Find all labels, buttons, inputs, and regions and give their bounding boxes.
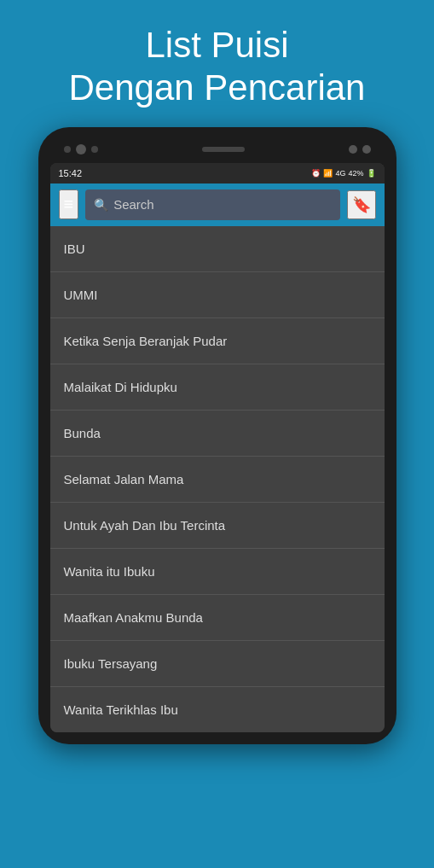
status-bar: 15:42 ⏰ 📶 4G 42% 🔋 bbox=[50, 163, 385, 184]
list-item-text: Wanita Terikhlas Ibu bbox=[64, 702, 178, 717]
list-item-text: Ketika Senja Beranjak Pudar bbox=[64, 334, 228, 348]
list-item-text: Maafkan Anakmu Bunda bbox=[64, 610, 203, 625]
list-item[interactable]: IBU bbox=[50, 226, 385, 272]
status-signal-icon: 📶 bbox=[323, 169, 333, 178]
search-placeholder-text: Search bbox=[113, 197, 331, 212]
title-line1: List Puisi bbox=[145, 25, 288, 65]
list-item-text: Selamat Jalan Mama bbox=[64, 472, 184, 486]
phone-speaker bbox=[202, 147, 245, 152]
bookmark-button[interactable]: 🔖 bbox=[347, 190, 376, 219]
status-time: 15:42 bbox=[59, 168, 83, 178]
list-item[interactable]: Wanita Terikhlas Ibu bbox=[50, 687, 385, 732]
list-item[interactable]: Untuk Ayah Dan Ibu Tercinta bbox=[50, 503, 385, 549]
list-item[interactable]: Bunda bbox=[50, 411, 385, 457]
list-item-text: Ibuku Tersayang bbox=[64, 656, 158, 671]
list-item[interactable]: Malaikat Di Hidupku bbox=[50, 364, 385, 411]
list-item[interactable]: UMMI bbox=[50, 272, 385, 318]
list-item-text: UMMI bbox=[64, 288, 98, 302]
status-battery-plug-icon: 🔋 bbox=[367, 169, 376, 178]
list-item[interactable]: Wanita itu Ibuku bbox=[50, 549, 385, 595]
status-battery-icon: 42% bbox=[348, 169, 363, 178]
search-icon: 🔍 bbox=[94, 198, 108, 212]
list-item[interactable]: Ketika Senja Beranjak Pudar bbox=[50, 318, 385, 364]
phone-circle-right bbox=[349, 145, 371, 154]
status-icons: ⏰ 📶 4G 42% 🔋 bbox=[311, 169, 375, 178]
hamburger-button[interactable]: ≡ bbox=[59, 189, 79, 219]
phone-circle-1 bbox=[349, 145, 357, 154]
list-item[interactable]: Ibuku Tersayang bbox=[50, 641, 385, 687]
title-line2: Dengan Pencarian bbox=[69, 67, 366, 108]
list-item-text: IBU bbox=[64, 242, 85, 256]
phone-dot-2 bbox=[76, 144, 86, 154]
list-item-text: Wanita itu Ibuku bbox=[64, 564, 155, 579]
phone-wrapper: 15:42 ⏰ 📶 4G 42% 🔋 ≡ 🔍 Search 🔖 IBUUMMIK… bbox=[38, 127, 396, 744]
status-alarm-icon: ⏰ bbox=[311, 169, 321, 178]
poem-list: IBUUMMIKetika Senja Beranjak PudarMalaik… bbox=[50, 226, 385, 732]
page-title-block: List Puisi Dengan Pencarian bbox=[43, 0, 391, 127]
list-item[interactable]: Maafkan Anakmu Bunda bbox=[50, 595, 385, 641]
list-item-text: Malaikat Di Hidupku bbox=[64, 380, 177, 394]
list-item-text: Untuk Ayah Dan Ibu Tercinta bbox=[64, 518, 226, 533]
phone-dot-1 bbox=[64, 146, 71, 153]
toolbar: ≡ 🔍 Search 🔖 bbox=[50, 184, 385, 226]
list-item[interactable]: Selamat Jalan Mama bbox=[50, 457, 385, 503]
list-item-text: Bunda bbox=[64, 426, 101, 440]
phone-hardware-top bbox=[50, 139, 385, 163]
phone-circle-2 bbox=[362, 145, 371, 154]
status-4g-text: 4G bbox=[335, 169, 345, 178]
search-bar[interactable]: 🔍 Search bbox=[85, 189, 339, 220]
phone-screen: 15:42 ⏰ 📶 4G 42% 🔋 ≡ 🔍 Search 🔖 IBUUMMIK… bbox=[50, 163, 385, 732]
phone-camera-area bbox=[64, 144, 98, 154]
phone-dot-3 bbox=[91, 146, 98, 153]
